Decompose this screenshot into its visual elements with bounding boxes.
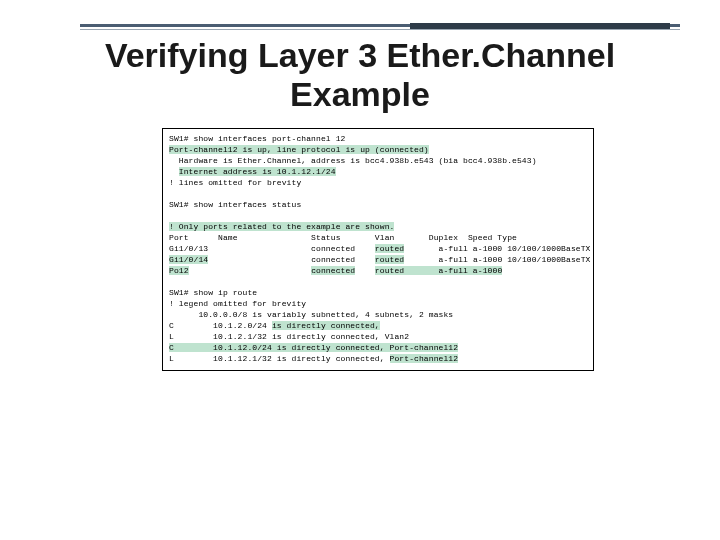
cli-line: SW1# show interfaces port-channel 12	[169, 133, 587, 144]
cli-line: SW1# show ip route	[169, 287, 587, 298]
cli-highlight: is directly connected,	[272, 321, 380, 330]
cli-text	[189, 266, 312, 275]
cli-highlight: Port-channel12 is up, line protocol is u…	[169, 145, 429, 154]
cli-line: ! Only ports related to the example are …	[169, 221, 587, 232]
cli-line: 10.0.0.0/8 is variably subnetted, 4 subn…	[169, 309, 587, 320]
cli-text: a-full a-1000 10/100/1000BaseTX	[404, 255, 590, 264]
rule-line-2	[80, 29, 680, 30]
cli-text	[355, 266, 375, 275]
slide: Verifying Layer 3 Ether.Channel Example …	[0, 0, 720, 540]
cli-line: SW1# show interfaces status	[169, 199, 587, 210]
cli-text: a-full a-1000 10/100/1000BaseTX	[404, 244, 590, 253]
cli-blank	[169, 210, 587, 221]
cli-highlight: Port-channel12	[390, 354, 459, 363]
cli-line: C 10.1.2.0/24 is directly connected,	[169, 320, 587, 331]
title-line-2: Example	[290, 75, 430, 113]
rule-accent	[410, 23, 670, 29]
cli-highlight: Gi1/0/14	[169, 255, 208, 264]
cli-line: C 10.1.12.0/24 is directly connected, Po…	[169, 342, 587, 353]
cli-blank	[169, 276, 587, 287]
cli-line: Hardware is Ether.Channel, address is bc…	[169, 155, 587, 166]
cli-highlight: Po12	[169, 266, 189, 275]
cli-line: Gi1/0/14 connected routed a-full a-1000 …	[169, 254, 587, 265]
cli-text: L 10.1.12.1/32 is directly connected,	[169, 354, 390, 363]
cli-line: Gi1/0/13 connected routed a-full a-1000 …	[169, 243, 587, 254]
cli-highlight: C 10.1.12.0/24 is directly connected, Po…	[169, 343, 458, 352]
cli-line: L 10.1.12.1/32 is directly connected, Po…	[169, 353, 587, 364]
cli-highlight: ! Only ports related to the example are …	[169, 222, 394, 231]
cli-highlight: Internet address is 10.1.12.1/24	[179, 167, 336, 176]
cli-line: L 10.1.2.1/32 is directly connected, Vla…	[169, 331, 587, 342]
cli-line: ! lines omitted for brevity	[169, 177, 587, 188]
cli-line: Port-channel12 is up, line protocol is u…	[169, 144, 587, 155]
cli-highlight: routed a-full a-1000	[375, 266, 502, 275]
cli-text: connected	[208, 255, 375, 264]
slide-title: Verifying Layer 3 Ether.Channel Example	[80, 36, 640, 114]
cli-highlight: routed	[375, 244, 404, 253]
cli-line: ! legend omitted for brevity	[169, 298, 587, 309]
terminal-output: SW1# show interfaces port-channel 12 Por…	[162, 128, 594, 371]
title-rule	[80, 24, 680, 32]
cli-text: C 10.1.2.0/24	[169, 321, 272, 330]
cli-text: Gi1/0/13 connected	[169, 244, 375, 253]
cli-blank	[169, 188, 587, 199]
cli-line: Port Name Status Vlan Duplex Speed Type	[169, 232, 587, 243]
cli-line: Internet address is 10.1.12.1/24	[169, 166, 587, 177]
cli-highlight: routed	[375, 255, 404, 264]
title-line-1: Verifying Layer 3 Ether.Channel	[105, 36, 615, 74]
cli-highlight: connected	[311, 266, 355, 275]
cli-line: Po12 connected routed a-full a-1000	[169, 265, 587, 276]
